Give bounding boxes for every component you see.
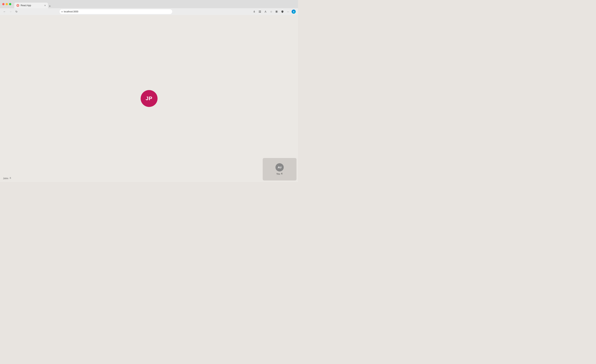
you-label: You — [276, 173, 283, 175]
traffic-lights — [2, 3, 11, 5]
tab-favicon — [16, 4, 19, 7]
tab-close-icon[interactable]: × — [44, 4, 46, 7]
font-icon[interactable]: A — [263, 10, 268, 14]
lock-icon: ● — [61, 10, 63, 13]
john-name: John — [3, 177, 8, 180]
browser-toolbar: A ☆ ··· b — [252, 10, 296, 14]
you-muted-icon — [281, 173, 283, 175]
back-button[interactable]: ← — [2, 9, 7, 14]
new-tab-button[interactable]: + — [49, 4, 51, 8]
maximize-button[interactable] — [9, 3, 11, 5]
grid-icon[interactable] — [258, 10, 262, 14]
bing-icon[interactable]: b — [292, 10, 296, 14]
svg-rect-1 — [276, 11, 277, 13]
split-view-icon[interactable] — [275, 10, 279, 14]
browser-chrome: React App × + — [0, 0, 298, 8]
jp-initials: JP — [146, 95, 152, 102]
svg-point-0 — [17, 5, 19, 6]
active-tab[interactable]: React App × — [14, 3, 48, 8]
favorite-icon[interactable]: ☆ — [269, 10, 273, 14]
tab-title: React App — [21, 4, 31, 7]
forward-button[interactable]: → — [8, 9, 13, 14]
more-icon[interactable]: ··· — [286, 10, 290, 14]
john-muted-icon — [9, 177, 12, 180]
close-button[interactable] — [2, 3, 5, 5]
au-avatar: AU — [276, 163, 284, 172]
john-label: John — [3, 177, 12, 180]
address-bar[interactable]: ● localhost:3000 — [60, 9, 172, 14]
shield-icon[interactable] — [280, 10, 284, 14]
au-initials: AU — [278, 166, 282, 169]
minimize-button[interactable] — [6, 3, 8, 5]
svg-rect-2 — [277, 11, 278, 13]
tab-bar: React App × + — [14, 0, 296, 8]
refresh-button[interactable]: ↻ — [14, 9, 19, 14]
self-video-tile: AU You — [263, 158, 297, 181]
jp-avatar: JP — [141, 90, 157, 107]
url-text: localhost:3000 — [64, 10, 78, 13]
video-call-area: JP John AU You — [0, 15, 298, 182]
mic-browser-icon[interactable] — [252, 10, 256, 14]
you-text: You — [276, 173, 280, 175]
address-bar-row: ← → ↻ ● localhost:3000 A ☆ ··· b — [0, 8, 298, 15]
